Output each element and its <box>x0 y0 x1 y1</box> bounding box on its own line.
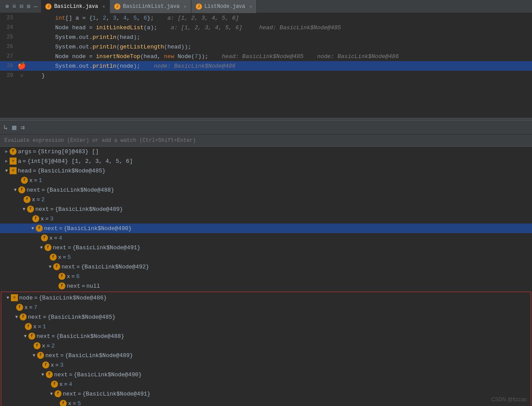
expand-node-next1[interactable]: ▼ <box>14 315 20 320</box>
var-row-head-next1[interactable]: ▼ f next = {BasicLink$Node@488} <box>0 185 532 195</box>
var-row-head-next4[interactable]: ▼ f next = {BasicLink$Node@491} <box>0 243 532 252</box>
expand-node-next3[interactable]: ▼ <box>31 353 37 358</box>
tab-close-2[interactable]: ✕ <box>184 4 187 9</box>
evaluate-bar: Evaluate expression (Enter) or add a wat… <box>0 134 532 147</box>
expand-all-icon[interactable]: ⇉ <box>20 123 25 132</box>
expand-node[interactable]: ▼ <box>5 296 11 300</box>
field-icon-head-next5-null: f <box>58 282 65 289</box>
var-val-node: {BasicLink$Node@486} <box>39 295 107 301</box>
var-val-args: {String[0]@483} [] <box>38 148 99 155</box>
expand-head-next2[interactable]: ▼ <box>21 207 27 212</box>
line-content-25: System.out.println(head); <box>26 34 532 41</box>
code-line-27: 27 Node node = insertNodeTop(head, new N… <box>0 52 532 61</box>
var-row-head-next2[interactable]: ▼ f next = {BasicLink$Node@489} <box>0 204 532 214</box>
watermark: CSDN @Itzzan <box>491 396 527 403</box>
expand-node-next4[interactable]: ▼ <box>40 372 46 377</box>
tab-label-3: ListNode.java <box>205 3 246 10</box>
var-row-args[interactable]: ▶ f args = {String[0]@483} [] <box>0 147 532 156</box>
folding-icon-29[interactable]: ▽ <box>20 73 24 79</box>
breakpoint-icon-28[interactable]: 🍎 <box>17 62 26 70</box>
var-val-head-x: 1 <box>39 177 42 184</box>
var-row-node-x[interactable]: f x = 7 <box>1 303 531 312</box>
expand-head-next3[interactable]: ▼ <box>30 226 36 231</box>
java-icon-2: J <box>114 3 120 10</box>
evaluate-label: Evaluate expression (Enter) or add a wat… <box>4 138 196 144</box>
var-row-head-next1-x[interactable]: f x = 2 <box>0 195 532 204</box>
field-icon-head-next4-x: f <box>50 254 57 261</box>
field-icon-head-next2-x: f <box>32 215 39 222</box>
tab-basiclink[interactable]: J BasicLink.java ✕ <box>41 0 110 13</box>
field-icon-head-next3-x: f <box>41 234 48 241</box>
var-row-head[interactable]: ▼ ≡ head = {BasicLink$Node@485} <box>0 166 532 175</box>
settings-icon[interactable]: ⊕ <box>5 3 9 10</box>
line-num-23: 23 <box>0 15 17 21</box>
variables-panel: ▶ f args = {String[0]@483} [] ▶ ≡ a = {i… <box>0 147 532 406</box>
minus-icon[interactable]: — <box>34 3 38 10</box>
var-row-node-next5-x[interactable]: f x = 5 <box>1 399 531 406</box>
var-row-node-next3[interactable]: ▼ f next = {BasicLink$Node@489} <box>1 351 531 360</box>
field-icon-head-next4: f <box>44 244 51 251</box>
expand-head-next5[interactable]: ▼ <box>47 265 53 269</box>
step-over-icon[interactable]: ↳ <box>3 123 8 132</box>
var-name-head-x: x <box>29 177 33 184</box>
var-row-node-next5[interactable]: ▼ f next = {BasicLink$Node@491} <box>1 389 531 399</box>
field-icon-node-next2: f <box>28 333 35 340</box>
code-line-25: 25 System.out.println(head); <box>0 32 532 42</box>
var-row-head-next5[interactable]: ▼ f next = {BasicLink$Node@492} <box>0 262 532 272</box>
line-num-26: 26 <box>0 44 17 50</box>
var-row-head-next4-x[interactable]: f x = 5 <box>0 252 532 262</box>
var-row-head-next5-null[interactable]: f next = null <box>0 281 532 291</box>
code-line-29: 29 ▽ } <box>0 71 532 80</box>
field-icon-node-next4: f <box>46 371 53 378</box>
expand-node-next5[interactable]: ▼ <box>48 392 55 396</box>
var-name-a: a <box>18 158 21 165</box>
var-row-node[interactable]: ▼ ≡ node = {BasicLink$Node@486} <box>1 293 531 303</box>
var-row-node-next1[interactable]: ▼ f next = {BasicLink$Node@485} <box>1 312 531 322</box>
list-icon-a: ≡ <box>10 158 17 165</box>
var-row-head-next3-x[interactable]: f x = 4 <box>0 233 532 243</box>
expand-node-next2[interactable]: ▼ <box>22 334 28 339</box>
var-row-node-next3-x[interactable]: f x = 3 <box>1 360 531 370</box>
list-icon[interactable]: ≡ <box>12 3 16 10</box>
var-row-head-x[interactable]: f x = 1 <box>0 175 532 185</box>
tab-listnode[interactable]: J ListNode.java ✕ <box>191 0 257 13</box>
field-icon-head-next3: f <box>36 225 43 232</box>
var-row-head-next5-x[interactable]: f x = 6 <box>0 272 532 281</box>
expand-head-next4[interactable]: ▼ <box>38 245 44 250</box>
var-row-head-next2-x[interactable]: f x = 3 <box>0 214 532 224</box>
line-num-28: 28 <box>0 63 17 69</box>
gear-icon[interactable]: ⚙ <box>27 3 30 10</box>
var-row-head-next3[interactable]: ▼ f next = {BasicLink$Node@490} <box>0 224 532 233</box>
var-row-a[interactable]: ▶ ≡ a = {int[6]@484} [1, 2, 3, 4, 5, 6] <box>0 156 532 166</box>
var-row-node-next2-x[interactable]: f x = 2 <box>1 341 531 351</box>
expand-head-next1[interactable]: ▼ <box>12 188 18 193</box>
var-row-node-next2[interactable]: ▼ f next = {BasicLink$Node@488} <box>1 331 531 341</box>
code-line-28: 28 🍎 System.out.println(node); node: Bas… <box>0 61 532 71</box>
table-view-icon[interactable]: ▦ <box>12 123 17 132</box>
tab-close-1[interactable]: ✕ <box>102 4 105 9</box>
var-row-node-next1-x[interactable]: f x = 1 <box>1 322 531 331</box>
var-row-node-next4[interactable]: ▼ f next = {BasicLink$Node@490} <box>1 370 531 379</box>
field-icon-head-x: f <box>21 177 28 184</box>
expand-a[interactable]: ▶ <box>3 158 10 164</box>
expand-args[interactable]: ▶ <box>3 149 10 154</box>
list-icon-node: ≡ <box>11 294 18 301</box>
var-name-node: node <box>19 295 33 301</box>
filter-icon[interactable]: ⊟ <box>20 3 23 10</box>
field-icon-args: f <box>10 148 17 155</box>
line-num-24: 24 <box>0 24 17 31</box>
debug-toolbar: ↳ ▦ ⇉ <box>0 120 532 134</box>
var-val-head-next1: {BasicLink$Node@488} <box>46 187 114 193</box>
tab-bar: ⊕ ≡ ⊟ ⚙ — J BasicLink.java ✕ J BasicLink… <box>0 0 532 13</box>
node-section-box: ▼ ≡ node = {BasicLink$Node@486} f x = 7 … <box>1 292 531 406</box>
field-icon-node-next1: f <box>20 313 27 320</box>
list-icon-head: ≡ <box>10 167 17 174</box>
var-val-head: {BasicLink$Node@485} <box>38 168 106 174</box>
tab-close-3[interactable]: ✕ <box>249 4 252 9</box>
field-icon-node-next1-x: f <box>25 323 32 330</box>
field-icon-head-next2: f <box>27 206 34 213</box>
code-line-24: 24 Node head = initLinkedList(a); a: [1,… <box>0 23 532 32</box>
var-row-node-next4-x[interactable]: f x = 4 <box>1 379 531 389</box>
expand-head[interactable]: ▼ <box>3 169 10 173</box>
tab-basiclinklist[interactable]: J BasicLinkList.java ✕ <box>110 0 191 13</box>
